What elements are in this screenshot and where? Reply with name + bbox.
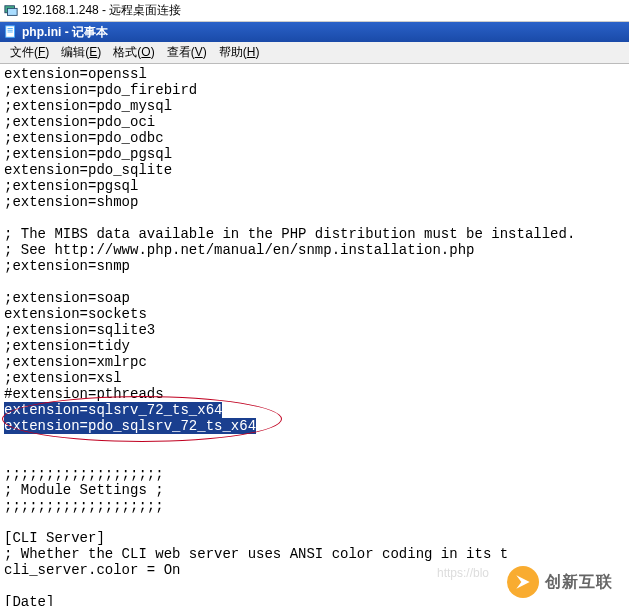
code-line: #extension=pthreads <box>4 386 625 402</box>
code-line: ; Whether the CLI web server uses ANSI c… <box>4 546 625 562</box>
code-line: ;extension=soap <box>4 290 625 306</box>
code-line: ;extension=xsl <box>4 370 625 386</box>
code-line: [CLI Server] <box>4 530 625 546</box>
code-line: ;extension=shmop <box>4 194 625 210</box>
code-line: ; The MIBS data available in the PHP dis… <box>4 226 625 242</box>
menu-file[interactable]: 文件(F) <box>4 42 55 63</box>
rdp-title: 192.168.1.248 - 远程桌面连接 <box>22 2 181 19</box>
code-line-selected: extension=pdo_sqlsrv_72_ts_x64 <box>4 418 625 434</box>
code-line: ;extension=tidy <box>4 338 625 354</box>
code-line: ;extension=pdo_pgsql <box>4 146 625 162</box>
editor-area[interactable]: extension=openssl;extension=pdo_firebird… <box>0 64 629 606</box>
code-line: extension=sockets <box>4 306 625 322</box>
code-line <box>4 210 625 226</box>
menu-format[interactable]: 格式(O) <box>107 42 160 63</box>
menu-edit[interactable]: 编辑(E) <box>55 42 107 63</box>
code-line <box>4 274 625 290</box>
code-line: ;extension=pdo_oci <box>4 114 625 130</box>
code-line: extension=pdo_sqlite <box>4 162 625 178</box>
code-line: extension=openssl <box>4 66 625 82</box>
code-line-selected: extension=sqlsrv_72_ts_x64 <box>4 402 625 418</box>
notepad-icon <box>4 25 18 39</box>
code-line <box>4 434 625 450</box>
watermark-url: https://blo <box>437 566 489 580</box>
rdp-icon <box>4 4 18 18</box>
watermark-logo: 创新互联 <box>507 566 613 598</box>
watermark-icon <box>507 566 539 598</box>
menu-help[interactable]: 帮助(H) <box>213 42 266 63</box>
code-line: ; See http://www.php.net/manual/en/snmp.… <box>4 242 625 258</box>
menu-view[interactable]: 查看(V) <box>161 42 213 63</box>
code-line: ;extension=sqlite3 <box>4 322 625 338</box>
code-line <box>4 450 625 466</box>
code-line: ;;;;;;;;;;;;;;;;;;; <box>4 466 625 482</box>
svg-rect-1 <box>8 8 18 15</box>
code-line: ;extension=xmlrpc <box>4 354 625 370</box>
menubar: 文件(F) 编辑(E) 格式(O) 查看(V) 帮助(H) <box>0 42 629 64</box>
notepad-titlebar[interactable]: php.ini - 记事本 <box>0 22 629 42</box>
code-line: ;extension=pdo_odbc <box>4 130 625 146</box>
code-line: ;extension=pdo_mysql <box>4 98 625 114</box>
notepad-title: php.ini - 记事本 <box>22 24 108 41</box>
code-line: ;;;;;;;;;;;;;;;;;;; <box>4 498 625 514</box>
watermark-text: 创新互联 <box>545 572 613 593</box>
code-line: ;extension=pgsql <box>4 178 625 194</box>
code-line: ; Module Settings ; <box>4 482 625 498</box>
code-line: ;extension=pdo_firebird <box>4 82 625 98</box>
code-line <box>4 514 625 530</box>
rdp-titlebar: 192.168.1.248 - 远程桌面连接 <box>0 0 629 22</box>
code-line: ;extension=snmp <box>4 258 625 274</box>
